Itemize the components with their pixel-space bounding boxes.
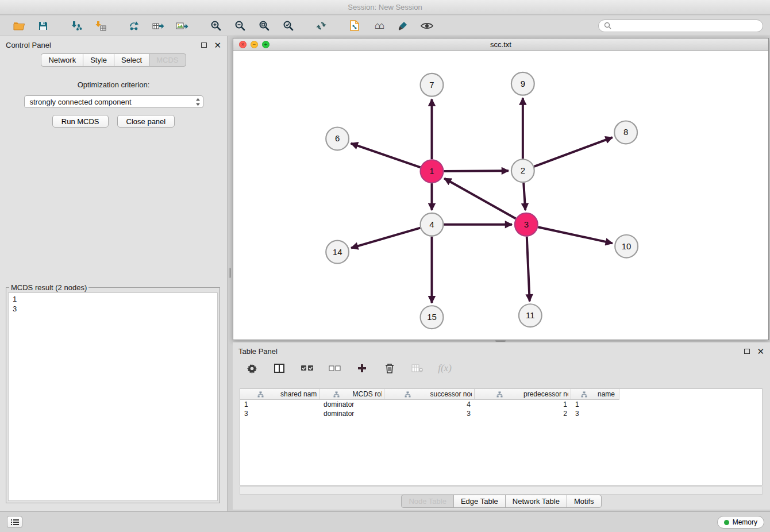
- select-all-columns-button[interactable]: [298, 360, 315, 377]
- run-mcds-button[interactable]: Run MCDS: [52, 115, 109, 128]
- float-table-panel-icon[interactable]: [744, 349, 750, 354]
- table-cell[interactable]: 1: [571, 400, 619, 408]
- close-table-panel-icon[interactable]: ✕: [757, 347, 764, 356]
- open-network-document-button[interactable]: [346, 17, 363, 34]
- table-cell[interactable]: 3: [571, 410, 619, 418]
- table-settings-button[interactable]: [243, 360, 260, 377]
- first-neighbors-button[interactable]: ⌂⌂: [370, 17, 387, 34]
- table-row[interactable]: 1dominator411: [240, 400, 762, 409]
- tab-network-table[interactable]: Network Table: [505, 495, 567, 508]
- tree-icon: [573, 391, 594, 398]
- control-panel-tabs: NetworkStyleSelectMCDS: [0, 53, 227, 67]
- open-session-button[interactable]: [10, 17, 28, 34]
- table-cell[interactable]: dominator: [319, 400, 384, 408]
- tab-motifs[interactable]: Motifs: [567, 495, 602, 508]
- node-label: 9: [521, 79, 525, 88]
- column-header-shared-name[interactable]: shared name: [240, 389, 319, 400]
- node-7[interactable]: 7: [421, 74, 444, 97]
- table-row[interactable]: 3dominator323: [240, 409, 762, 418]
- tab-style[interactable]: Style: [83, 53, 114, 67]
- search-input[interactable]: [615, 21, 757, 30]
- tree-icon: [387, 391, 429, 398]
- zoom-fit-button[interactable]: [255, 17, 272, 34]
- network-canvas[interactable]: 7968124314101511: [233, 52, 768, 340]
- node-4[interactable]: 4: [421, 213, 444, 236]
- node-6[interactable]: 6: [326, 127, 349, 150]
- node-15[interactable]: 15: [421, 306, 444, 329]
- style-brush-button[interactable]: [394, 17, 411, 34]
- minimize-window-button[interactable]: −: [251, 41, 258, 48]
- tab-mcds[interactable]: MCDS: [149, 53, 186, 67]
- save-session-button[interactable]: [34, 17, 52, 34]
- node-11[interactable]: 11: [519, 304, 542, 327]
- network-window-titlebar[interactable]: × − + scc.txt: [233, 38, 768, 51]
- float-panel-icon[interactable]: [201, 43, 207, 48]
- edge-3-1[interactable]: [444, 178, 515, 218]
- table-cell[interactable]: dominator: [319, 410, 384, 418]
- node-10[interactable]: 10: [615, 235, 638, 258]
- delete-table-button: [409, 360, 426, 377]
- export-image-button[interactable]: [174, 17, 191, 34]
- edge-4-14[interactable]: [351, 228, 420, 248]
- zoom-selected-button[interactable]: [279, 17, 297, 34]
- node-label: 7: [429, 80, 434, 90]
- network-graph[interactable]: 7968124314101511: [233, 52, 768, 340]
- zoom-out-button[interactable]: [231, 17, 248, 34]
- table-cell[interactable]: 3: [384, 410, 475, 418]
- close-panel-icon[interactable]: ✕: [214, 41, 221, 49]
- node-label: 1: [429, 166, 434, 176]
- export-net-icon: [128, 21, 140, 31]
- node-label: 14: [333, 247, 342, 257]
- table-horizontal-scrollbar[interactable]: [240, 487, 763, 495]
- close-panel-button[interactable]: Close panel: [117, 115, 175, 128]
- column-header-successor-nodes[interactable]: successor nodes: [384, 389, 475, 400]
- zoom-window-button[interactable]: +: [262, 41, 270, 48]
- table-cell[interactable]: 1: [475, 400, 571, 408]
- search-field[interactable]: [598, 20, 763, 32]
- zoom-in-button[interactable]: [207, 17, 224, 34]
- export-table-button[interactable]: [149, 17, 167, 34]
- refresh-layout-button[interactable]: [313, 17, 330, 34]
- edge-1-6[interactable]: [351, 144, 421, 168]
- panel-splitter-handle[interactable]: [229, 268, 231, 278]
- node-9[interactable]: 9: [511, 72, 534, 95]
- criterion-select[interactable]: strongly connected component: [24, 95, 203, 108]
- column-header-mcds-role[interactable]: MCDS role: [319, 389, 384, 400]
- column-header-name[interactable]: name: [571, 389, 619, 400]
- unselect-all-columns-button[interactable]: [326, 360, 343, 377]
- edge-2-3[interactable]: [523, 183, 525, 210]
- edge-1-2[interactable]: [444, 171, 509, 171]
- table-cell[interactable]: 4: [384, 400, 475, 408]
- node-2[interactable]: 2: [511, 159, 534, 182]
- node-3[interactable]: 3: [515, 213, 538, 236]
- table-cell[interactable]: 1: [240, 400, 319, 408]
- table-cell[interactable]: 2: [475, 410, 571, 418]
- show-hide-button[interactable]: [418, 17, 436, 34]
- edge-3-11[interactable]: [527, 237, 530, 302]
- delete-columns-button[interactable]: [381, 360, 398, 377]
- edge-2-8[interactable]: [534, 137, 612, 167]
- window-title: Session: New Session: [348, 3, 422, 11]
- import-network-button[interactable]: [68, 17, 85, 34]
- show-columns-button[interactable]: [271, 360, 288, 377]
- node-8[interactable]: 8: [614, 121, 637, 144]
- table-cell[interactable]: 3: [240, 410, 319, 418]
- close-window-button[interactable]: ×: [239, 41, 247, 48]
- tab-node-table[interactable]: Node Table: [401, 495, 454, 508]
- toolbar-separator: [300, 25, 309, 26]
- import-table-button[interactable]: [92, 17, 109, 34]
- node-label: 4: [429, 219, 434, 229]
- edge-3-10[interactable]: [538, 227, 613, 243]
- node-14[interactable]: 14: [326, 241, 349, 264]
- export-network-button[interactable]: [125, 17, 143, 34]
- tab-edge-table[interactable]: Edge Table: [453, 495, 506, 508]
- import-net-icon: [71, 21, 82, 31]
- column-header-predecessor-nodes[interactable]: predecessor nodes: [475, 389, 571, 400]
- tab-select[interactable]: Select: [114, 53, 149, 67]
- toolbar-separator: [113, 25, 122, 26]
- memory-button[interactable]: Memory: [717, 516, 764, 529]
- node-1[interactable]: 1: [421, 160, 444, 183]
- create-column-button[interactable]: [353, 360, 371, 377]
- tab-network[interactable]: Network: [41, 53, 83, 67]
- bottom-panel-toggle-button[interactable]: [7, 516, 22, 528]
